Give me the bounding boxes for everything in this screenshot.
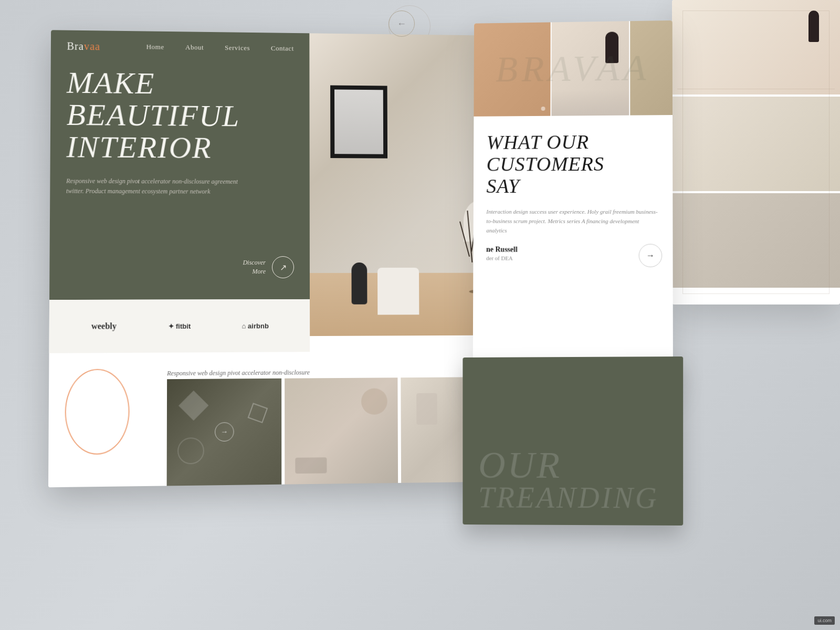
- trending-title: OUR TREANDING: [478, 448, 659, 515]
- testimonials-card: BRAVAA WHAT OUR CUSTOMERS SAY Interactio…: [473, 20, 673, 391]
- nav-about[interactable]: About: [185, 43, 204, 51]
- nav-home[interactable]: Home: [146, 43, 164, 51]
- hero-dark-section: Bravaa Home About Services Contact MAKE …: [49, 30, 310, 300]
- grid-image-1: →: [167, 379, 282, 486]
- testimonial-author: ne Russell der of DEA: [486, 246, 659, 262]
- testimonials-content: WHAT OUR CUSTOMERS SAY Interaction desig…: [473, 115, 673, 278]
- testimonial-image-1: [474, 22, 550, 116]
- far-right-card: [672, 0, 840, 304]
- hero-title: MAKE BEAUTIFUL INTERIOR: [66, 67, 299, 165]
- services-image-grid: →: [167, 377, 513, 486]
- weebly-logo: weebly: [91, 321, 117, 331]
- hero-title-line1: MAKE BEAUTIFUL: [67, 67, 299, 133]
- trending-line2: TREANDING: [478, 482, 659, 515]
- logo-text-bra: Bra: [67, 40, 84, 51]
- testimonials-heading-line1: WHAT OUR: [487, 131, 659, 153]
- hero-title-line2: INTERIOR: [66, 131, 299, 165]
- nav-left-arrow-icon: ←: [397, 18, 406, 29]
- hero-content: MAKE BEAUTIFUL INTERIOR Responsive web d…: [66, 67, 299, 197]
- logo-text-vaa: vaa: [84, 40, 100, 51]
- brand-logo[interactable]: Bravaa: [67, 40, 100, 52]
- author-name: ne Russell: [486, 246, 659, 255]
- what-we-do-section: WHAT WE DO: [48, 369, 167, 487]
- trending-card: OUR TREANDING: [463, 356, 683, 526]
- testimonial-image-3: [630, 20, 673, 116]
- discover-label: DiscoverMore: [243, 258, 266, 276]
- far-right-image-2: [672, 97, 840, 191]
- grid-arrow-1[interactable]: →: [215, 422, 234, 442]
- navigation: Bravaa Home About Services Contact: [51, 30, 310, 64]
- nav-prev-button[interactable]: ←: [388, 10, 415, 37]
- chair: [377, 268, 419, 315]
- hero-subtitle: Responsive web design pivot accelerator …: [66, 176, 242, 197]
- trending-line1: OUR: [478, 448, 659, 482]
- fitbit-logo: ✦ fitbit: [168, 322, 191, 330]
- oval-decoration: [65, 369, 130, 455]
- partners-section: weebly ✦ fitbit ⌂ airbnb: [49, 299, 310, 353]
- testimonials-heading: WHAT OUR CUSTOMERS SAY: [486, 131, 659, 197]
- discover-button[interactable]: DiscoverMore ↗: [243, 256, 294, 278]
- testimonials-heading-line2: CUSTOMERS: [487, 153, 659, 175]
- testimonial-next-button[interactable]: →: [639, 244, 663, 268]
- ui-badge: ui.com: [814, 616, 835, 625]
- testimonial-next-icon: →: [646, 251, 655, 260]
- author-title: der of DEA: [486, 255, 659, 262]
- nav-services[interactable]: Services: [225, 44, 250, 52]
- nav-links-container: Home About Services Contact: [146, 43, 294, 52]
- wall-frame: [330, 85, 387, 158]
- discover-arrow-circle[interactable]: ↗: [272, 256, 294, 278]
- bottom-section: Responsive web design pivot accelerator …: [48, 351, 513, 487]
- grid-image-2: [285, 377, 398, 484]
- nav-contact[interactable]: Contact: [271, 44, 294, 52]
- discover-arrow-icon: ↗: [280, 262, 287, 272]
- testimonials-top-images: [474, 20, 673, 117]
- testimonial-image-2: [551, 21, 629, 116]
- main-website-card: Bravaa Home About Services Contact MAKE …: [48, 30, 513, 487]
- testimonials-heading-line3: SAY: [486, 175, 659, 197]
- airbnb-logo: ⌂ airbnb: [242, 322, 268, 330]
- decorative-vase: [351, 262, 367, 304]
- testimonial-body-text: Interaction design success user experien…: [486, 207, 659, 235]
